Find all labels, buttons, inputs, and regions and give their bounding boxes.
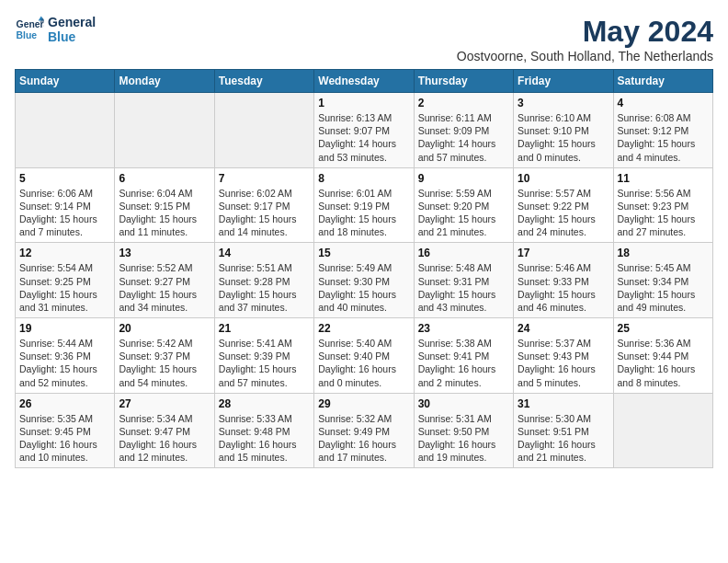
day-number: 31 [518, 397, 609, 410]
day-number: 22 [318, 322, 409, 335]
day-number: 18 [618, 247, 709, 259]
day-number: 27 [119, 397, 210, 410]
day-number: 4 [618, 97, 709, 109]
logo-icon: General Blue [15, 15, 44, 44]
calendar-cell: 22Sunrise: 5:40 AMSunset: 9:40 PMDayligh… [314, 318, 414, 394]
calendar-cell: 29Sunrise: 5:32 AMSunset: 9:49 PMDayligh… [314, 393, 414, 468]
weekday-header-cell: Friday [514, 70, 613, 93]
day-info: Sunrise: 5:52 AMSunset: 9:27 PMDaylight:… [119, 261, 210, 314]
calendar-cell: 5Sunrise: 6:06 AMSunset: 9:14 PMDaylight… [16, 167, 115, 243]
logo-line2: Blue [48, 29, 96, 44]
calendar-cell: 31Sunrise: 5:30 AMSunset: 9:51 PMDayligh… [514, 393, 613, 468]
calendar-cell: 20Sunrise: 5:42 AMSunset: 9:37 PMDayligh… [115, 318, 214, 394]
day-number: 13 [119, 247, 210, 259]
day-info: Sunrise: 5:40 AMSunset: 9:40 PMDaylight:… [318, 337, 409, 389]
day-info: Sunrise: 5:41 AMSunset: 9:39 PMDaylight:… [219, 337, 310, 389]
day-info: Sunrise: 5:57 AMSunset: 9:22 PMDaylight:… [518, 187, 609, 239]
day-info: Sunrise: 5:36 AMSunset: 9:44 PMDaylight:… [618, 337, 709, 389]
day-info: Sunrise: 5:59 AMSunset: 9:20 PMDaylight:… [418, 187, 509, 239]
day-number: 7 [219, 172, 310, 185]
day-number: 19 [19, 322, 110, 335]
calendar-cell: 18Sunrise: 5:45 AMSunset: 9:34 PMDayligh… [613, 243, 712, 318]
day-info: Sunrise: 6:10 AMSunset: 9:10 PMDaylight:… [518, 111, 609, 164]
calendar-cell: 26Sunrise: 5:35 AMSunset: 9:45 PMDayligh… [16, 393, 115, 468]
calendar-cell: 15Sunrise: 5:49 AMSunset: 9:30 PMDayligh… [314, 243, 414, 318]
day-number: 28 [219, 397, 310, 410]
day-number: 1 [318, 97, 409, 109]
calendar-cell: 13Sunrise: 5:52 AMSunset: 9:27 PMDayligh… [115, 243, 214, 318]
day-info: Sunrise: 5:34 AMSunset: 9:47 PMDaylight:… [119, 412, 210, 465]
calendar-cell: 19Sunrise: 5:44 AMSunset: 9:36 PMDayligh… [16, 318, 115, 394]
day-info: Sunrise: 5:56 AMSunset: 9:23 PMDaylight:… [618, 187, 709, 239]
day-number: 2 [418, 97, 509, 109]
weekday-header-cell: Monday [115, 70, 214, 93]
day-number: 6 [119, 172, 210, 185]
calendar-cell: 14Sunrise: 5:51 AMSunset: 9:28 PMDayligh… [214, 243, 313, 318]
day-info: Sunrise: 5:42 AMSunset: 9:37 PMDaylight:… [119, 337, 210, 389]
day-number: 9 [418, 172, 509, 185]
calendar-cell: 11Sunrise: 5:56 AMSunset: 9:23 PMDayligh… [613, 167, 712, 243]
day-number: 14 [219, 247, 310, 259]
calendar-cell [214, 93, 313, 168]
calendar-cell: 27Sunrise: 5:34 AMSunset: 9:47 PMDayligh… [115, 393, 214, 468]
calendar-cell: 6Sunrise: 6:04 AMSunset: 9:15 PMDaylight… [115, 167, 214, 243]
calendar-cell: 7Sunrise: 6:02 AMSunset: 9:17 PMDaylight… [214, 167, 313, 243]
day-number: 3 [518, 97, 609, 109]
weekday-header-cell: Thursday [414, 70, 513, 93]
day-number: 26 [19, 397, 110, 410]
svg-text:Blue: Blue [17, 30, 38, 40]
weekday-header-cell: Sunday [16, 70, 115, 93]
day-info: Sunrise: 6:08 AMSunset: 9:12 PMDaylight:… [618, 111, 709, 164]
svg-text:General: General [17, 19, 44, 29]
calendar-cell: 16Sunrise: 5:48 AMSunset: 9:31 PMDayligh… [414, 243, 513, 318]
day-number: 24 [518, 322, 609, 335]
day-number: 15 [318, 247, 409, 259]
day-number: 23 [418, 322, 509, 335]
calendar-body: 1Sunrise: 6:13 AMSunset: 9:07 PMDaylight… [16, 93, 713, 468]
calendar-cell: 28Sunrise: 5:33 AMSunset: 9:48 PMDayligh… [214, 393, 313, 468]
day-info: Sunrise: 5:35 AMSunset: 9:45 PMDaylight:… [19, 412, 110, 465]
day-number: 29 [318, 397, 409, 410]
day-info: Sunrise: 5:37 AMSunset: 9:43 PMDaylight:… [518, 337, 609, 389]
title-block: May 2024 Oostvoorne, South Holland, The … [457, 15, 713, 63]
calendar-cell: 17Sunrise: 5:46 AMSunset: 9:33 PMDayligh… [514, 243, 613, 318]
month-title: May 2024 [457, 15, 713, 49]
calendar-cell [613, 393, 712, 468]
calendar-cell: 25Sunrise: 5:36 AMSunset: 9:44 PMDayligh… [613, 318, 712, 394]
logo-line1: General [48, 15, 96, 29]
calendar-week-row: 26Sunrise: 5:35 AMSunset: 9:45 PMDayligh… [16, 393, 713, 468]
weekday-header-cell: Wednesday [314, 70, 414, 93]
calendar-cell: 30Sunrise: 5:31 AMSunset: 9:50 PMDayligh… [414, 393, 513, 468]
calendar-table: SundayMondayTuesdayWednesdayThursdayFrid… [15, 69, 713, 468]
day-info: Sunrise: 5:48 AMSunset: 9:31 PMDaylight:… [418, 261, 509, 314]
day-info: Sunrise: 6:02 AMSunset: 9:17 PMDaylight:… [219, 187, 310, 239]
day-info: Sunrise: 5:33 AMSunset: 9:48 PMDaylight:… [219, 412, 310, 465]
day-number: 11 [618, 172, 709, 185]
day-info: Sunrise: 5:49 AMSunset: 9:30 PMDaylight:… [318, 261, 409, 314]
weekday-header-cell: Tuesday [214, 70, 313, 93]
day-number: 30 [418, 397, 509, 410]
day-number: 16 [418, 247, 509, 259]
day-number: 17 [518, 247, 609, 259]
day-info: Sunrise: 6:11 AMSunset: 9:09 PMDaylight:… [418, 111, 509, 164]
day-number: 20 [119, 322, 210, 335]
calendar-cell: 12Sunrise: 5:54 AMSunset: 9:25 PMDayligh… [16, 243, 115, 318]
calendar-cell: 21Sunrise: 5:41 AMSunset: 9:39 PMDayligh… [214, 318, 313, 394]
day-number: 12 [19, 247, 110, 259]
calendar-cell: 4Sunrise: 6:08 AMSunset: 9:12 PMDaylight… [613, 93, 712, 168]
day-number: 5 [19, 172, 110, 185]
day-info: Sunrise: 5:44 AMSunset: 9:36 PMDaylight:… [19, 337, 110, 389]
calendar-cell: 24Sunrise: 5:37 AMSunset: 9:43 PMDayligh… [514, 318, 613, 394]
calendar-cell: 3Sunrise: 6:10 AMSunset: 9:10 PMDaylight… [514, 93, 613, 168]
day-info: Sunrise: 5:38 AMSunset: 9:41 PMDaylight:… [418, 337, 509, 389]
day-info: Sunrise: 6:04 AMSunset: 9:15 PMDaylight:… [119, 187, 210, 239]
logo: General Blue General Blue [15, 15, 96, 44]
calendar-week-row: 19Sunrise: 5:44 AMSunset: 9:36 PMDayligh… [16, 318, 713, 394]
calendar-cell [115, 93, 214, 168]
day-number: 8 [318, 172, 409, 185]
calendar-week-row: 1Sunrise: 6:13 AMSunset: 9:07 PMDaylight… [16, 93, 713, 168]
day-info: Sunrise: 5:54 AMSunset: 9:25 PMDaylight:… [19, 261, 110, 314]
calendar-cell: 23Sunrise: 5:38 AMSunset: 9:41 PMDayligh… [414, 318, 513, 394]
weekday-header-row: SundayMondayTuesdayWednesdayThursdayFrid… [16, 70, 713, 93]
day-info: Sunrise: 6:06 AMSunset: 9:14 PMDaylight:… [19, 187, 110, 239]
